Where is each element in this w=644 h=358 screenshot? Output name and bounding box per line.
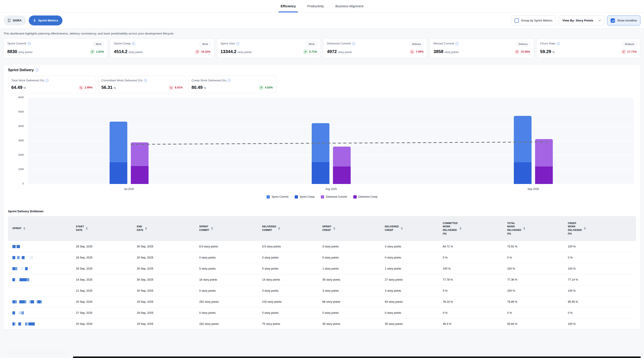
sort-icon[interactable] bbox=[523, 227, 525, 230]
sprint-name-cell bbox=[8, 278, 72, 281]
sort-icon[interactable] bbox=[401, 227, 403, 230]
column-header[interactable]: COMMITTED WORK DELIVERED (%) bbox=[438, 222, 503, 235]
column-header[interactable]: START DATE bbox=[72, 225, 132, 232]
info-icon[interactable]: i bbox=[144, 79, 147, 82]
column-header[interactable]: SPRINT CREEP bbox=[318, 225, 380, 232]
metric-title-text: Delivered Commit bbox=[327, 42, 351, 45]
sort-icon[interactable] bbox=[278, 227, 280, 230]
metric-card: Sprint CreepiWork4514.2story points↗16.3… bbox=[110, 38, 214, 58]
sort-icon[interactable] bbox=[460, 227, 461, 230]
redaction-block bbox=[17, 300, 19, 303]
sort-desc-icon bbox=[584, 229, 586, 230]
sort-icon[interactable] bbox=[584, 227, 586, 230]
redaction-block bbox=[29, 300, 30, 303]
gridline bbox=[28, 112, 634, 112]
chevron-down-icon bbox=[598, 18, 601, 21]
sprint-creep-cell: 1 story points bbox=[318, 267, 380, 270]
sprint-bar[interactable] bbox=[312, 123, 330, 184]
show-trendline-checkbox[interactable] bbox=[610, 18, 615, 23]
tab-business-alignment[interactable]: Business Alignment bbox=[334, 0, 364, 12]
delta-negative: ↗17.71% bbox=[621, 49, 637, 54]
column-header[interactable]: SPRINT bbox=[8, 227, 72, 230]
delivered-commit-cell: 0 story points bbox=[258, 311, 318, 315]
column-header[interactable]: DELIVERED CREEP bbox=[380, 225, 438, 232]
group-by-checkbox[interactable] bbox=[514, 18, 519, 23]
column-header[interactable]: TOTAL WORK DELIVERED (%) bbox=[503, 222, 564, 235]
redaction-block bbox=[12, 267, 15, 270]
column-header[interactable]: DELIVERED COMMIT bbox=[258, 225, 318, 232]
tab-productivity[interactable]: Productivity bbox=[306, 0, 325, 12]
delivered-bar[interactable] bbox=[535, 139, 553, 184]
delivery-subcards-row: Total Work Delivered (%)i64.49%↘2.99%Com… bbox=[8, 76, 636, 93]
delivered-bar[interactable] bbox=[131, 142, 148, 184]
info-icon[interactable]: i bbox=[352, 42, 355, 45]
delivered-creep-segment bbox=[131, 166, 148, 184]
show-trendline-control[interactable]: Show trendline bbox=[607, 15, 640, 25]
delivered-commit-cell: 14 story points bbox=[258, 278, 318, 281]
trend-down-icon: ↘ bbox=[410, 49, 414, 54]
sprint-bar[interactable] bbox=[514, 116, 532, 184]
legend-item-delivered-commit[interactable]: Delivered Commit bbox=[321, 195, 347, 198]
end-cell: 30 Sep, 2025 bbox=[132, 256, 195, 259]
column-header[interactable]: CREEP WORK DELIVERED (%) bbox=[564, 222, 636, 235]
redaction-block bbox=[12, 311, 15, 315]
metric-value: 13344.2story points bbox=[220, 49, 252, 54]
category-badge: Delivery bbox=[410, 42, 424, 46]
subcard-value-row: 64.49%↘2.99% bbox=[11, 85, 92, 90]
group-by-sprint-metrics-control[interactable]: Group by Sprint Metrics bbox=[511, 15, 556, 25]
table-row: 28 Sep, 202530 Sep, 20258.5 story points… bbox=[8, 241, 636, 252]
y-axis-tick-label: 6000 bbox=[8, 96, 24, 99]
toolbar: DO RA DORA Sprint Metrics Group by Sprin… bbox=[0, 12, 644, 28]
legend-item-sprint-commit[interactable]: Sprint Commit bbox=[266, 195, 288, 198]
sprint-creep-cell: 0 story points bbox=[318, 256, 380, 259]
sort-icon[interactable] bbox=[145, 227, 147, 230]
trend-up-icon: ↗ bbox=[90, 49, 95, 54]
sprint-name-cell bbox=[8, 300, 72, 303]
sprint-bar[interactable] bbox=[110, 122, 127, 184]
table-row: 28 Sep, 202530 Sep, 20250 story points0 … bbox=[8, 252, 636, 263]
redacted-sprint-name bbox=[12, 256, 69, 259]
horizontal-scrollbar[interactable] bbox=[73, 357, 641, 358]
tab-efficiency-label: Efficiency bbox=[281, 4, 296, 8]
metric-card-header: Delivered CommitiDelivery bbox=[327, 42, 424, 46]
dora-toggle-button[interactable]: DO RA DORA bbox=[4, 15, 26, 25]
sort-desc-icon bbox=[86, 229, 88, 230]
redaction-block bbox=[15, 278, 20, 281]
info-icon[interactable]: i bbox=[132, 42, 135, 45]
dora-label: DORA bbox=[13, 19, 22, 22]
legend-label: Sprint Commit bbox=[272, 195, 288, 198]
redaction-block bbox=[25, 322, 27, 326]
delta-value: 17.71% bbox=[628, 50, 637, 53]
metric-card: Churn RateiAnalysis59.29%↗17.71% bbox=[536, 38, 640, 58]
legend-item-delivered-creep[interactable]: Delivered Creep bbox=[353, 195, 378, 198]
sort-icon[interactable] bbox=[334, 227, 335, 230]
info-icon[interactable]: i bbox=[557, 42, 560, 45]
trend-up-icon: ↗ bbox=[195, 49, 200, 54]
sort-icon[interactable] bbox=[86, 227, 88, 230]
column-header[interactable]: END DATE bbox=[132, 225, 195, 232]
x-axis-label: Jul 2025 bbox=[111, 187, 147, 191]
delivered-creep-segment bbox=[535, 167, 553, 184]
metric-unit: % bbox=[552, 51, 555, 54]
tab-efficiency[interactable]: Efficiency bbox=[280, 0, 297, 12]
info-icon[interactable]: i bbox=[36, 69, 38, 72]
legend-swatch bbox=[353, 195, 357, 198]
sort-desc-icon bbox=[24, 229, 25, 230]
column-header[interactable]: SPRINT COMMIT bbox=[195, 225, 258, 232]
sprint-metrics-toggle-button[interactable]: Sprint Metrics bbox=[29, 15, 62, 25]
info-icon[interactable]: i bbox=[28, 42, 31, 45]
sort-icon[interactable] bbox=[24, 227, 25, 230]
sprint-commit-cell: 5 story points bbox=[195, 267, 258, 270]
view-by-select[interactable]: View By: Story Points bbox=[559, 15, 604, 25]
info-icon[interactable]: i bbox=[236, 42, 239, 45]
delta-negative: ↘8.91% bbox=[169, 85, 183, 90]
legend-item-sprint-creep[interactable]: Sprint Creep bbox=[295, 195, 314, 198]
sprint-commit-segment bbox=[312, 123, 330, 162]
info-icon[interactable]: i bbox=[228, 79, 231, 82]
sort-icon[interactable] bbox=[211, 227, 213, 230]
delivered-bar[interactable] bbox=[333, 147, 351, 184]
y-axis-tick-label: 5000 bbox=[8, 110, 24, 113]
sort-asc-icon bbox=[145, 227, 147, 228]
info-icon[interactable]: i bbox=[46, 79, 49, 82]
info-icon[interactable]: i bbox=[456, 42, 458, 45]
